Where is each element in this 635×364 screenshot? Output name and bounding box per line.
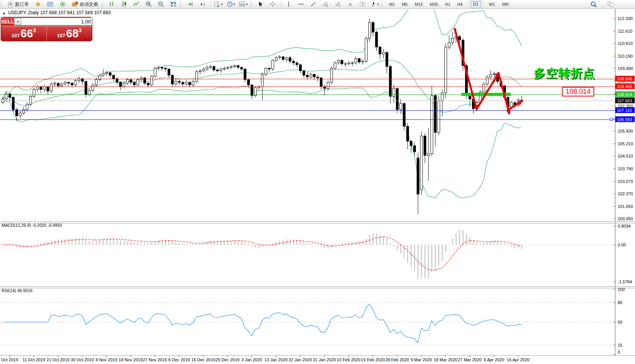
- tile-windows-button[interactable]: [169, 0, 178, 8]
- fibonacci-icon: F: [335, 1, 341, 7]
- svg-text:30 Oct 2019: 30 Oct 2019: [71, 357, 94, 362]
- arrows-button[interactable]: ▾: [371, 0, 379, 8]
- svg-text:27 Nov 2019: 27 Nov 2019: [143, 357, 167, 362]
- crosshair-icon: [270, 1, 276, 7]
- chart-bars-button[interactable]: [108, 0, 116, 8]
- data-window-icon: [47, 1, 53, 7]
- toolbar-grip: [251, 2, 253, 7]
- sell-price-button[interactable]: 107 66 3: [1, 26, 47, 41]
- svg-text:T: T: [361, 2, 364, 7]
- zoom-out-button[interactable]: [157, 0, 165, 8]
- svg-text:0: 0: [618, 350, 620, 354]
- svg-text:31 Jan 2020: 31 Jan 2020: [313, 357, 336, 362]
- svg-text:-1.5784: -1.5784: [618, 279, 632, 284]
- new-order-button[interactable]: 新订单: [7, 0, 30, 8]
- market-watch-icon: [35, 1, 41, 7]
- svg-text:107.663: 107.663: [617, 98, 632, 103]
- dropdown-caret-icon: ▾: [246, 2, 248, 6]
- clock-icon: [227, 1, 233, 7]
- toolbar-grip: [382, 2, 384, 7]
- auto-scroll-icon: [187, 1, 193, 7]
- tf-m1-button[interactable]: M1: [386, 1, 397, 8]
- template-icon: [239, 1, 245, 7]
- svg-text:102.370: 102.370: [618, 191, 633, 196]
- svg-text:Oct 2019: Oct 2019: [1, 357, 18, 362]
- templates-button[interactable]: ▾: [239, 0, 248, 8]
- text-icon: A: [347, 1, 353, 7]
- tf-h4-button[interactable]: H4: [455, 1, 465, 8]
- bar-chart-icon: [109, 1, 115, 7]
- trendline-icon: [310, 1, 316, 7]
- navigator-button[interactable]: [58, 0, 67, 8]
- price-callout-label: 108.014: [562, 87, 594, 96]
- tf-mn-button[interactable]: MN: [499, 1, 511, 8]
- tf-d1-button[interactable]: D1: [470, 1, 481, 8]
- buy-price-figure: 107: [57, 33, 65, 41]
- svg-text:F: F: [339, 5, 340, 7]
- svg-text:A: A: [349, 2, 352, 7]
- svg-text:101.650: 101.650: [618, 204, 633, 209]
- autotrading-label: 自动交易: [80, 1, 98, 8]
- data-window-button[interactable]: [46, 0, 55, 8]
- tf-m5-button[interactable]: M5: [399, 1, 410, 8]
- svg-text:13 Jan 2020: 13 Jan 2020: [264, 357, 288, 362]
- svg-text:108.014: 108.014: [617, 92, 632, 97]
- text-button[interactable]: A: [346, 0, 354, 8]
- chart-line-button[interactable]: [132, 0, 141, 8]
- market-watch-button[interactable]: [34, 0, 42, 8]
- tf-h1-button[interactable]: H1: [442, 1, 453, 8]
- auto-scroll-button[interactable]: [186, 0, 194, 8]
- chart-canvas[interactable]: 112.330111.610110.910110.190109.490108.7…: [0, 0, 635, 364]
- svg-text:103.070: 103.070: [618, 179, 633, 184]
- svg-text:107.110: 107.110: [617, 108, 632, 113]
- svg-text:104.510: 104.510: [618, 154, 633, 158]
- spinner-down-icon: ▼: [17, 20, 20, 23]
- fibonacci-button[interactable]: F: [334, 0, 342, 8]
- crosshair-button[interactable]: [269, 0, 277, 8]
- arrow-objects-icon: [371, 1, 377, 7]
- svg-text:0.8034: 0.8034: [618, 224, 631, 228]
- svg-text:10 Feb 2020: 10 Feb 2020: [337, 357, 361, 362]
- trendline-button[interactable]: [309, 0, 318, 8]
- turning-point-annotation: 多空转折点: [534, 65, 595, 81]
- svg-text:16 Apr 2020: 16 Apr 2020: [507, 357, 529, 362]
- vertical-line-button[interactable]: [284, 0, 293, 8]
- chart-shift-icon: [199, 1, 206, 7]
- tf-w1-button[interactable]: W1: [486, 1, 498, 8]
- svg-text:16 Dec 2019: 16 Dec 2019: [191, 357, 215, 362]
- horizontal-line-button[interactable]: [297, 0, 305, 8]
- sell-button[interactable]: SELL: [1, 17, 14, 26]
- text-label-button[interactable]: T: [358, 0, 367, 8]
- buy-price-button[interactable]: 107 68 3: [47, 26, 92, 41]
- buy-price-pips: 68: [66, 27, 78, 40]
- terminal-window: { "toolbar": { "new_order_label": "新订单",…: [0, 0, 635, 364]
- search-icon: [590, 1, 597, 8]
- chart-candles-button[interactable]: [120, 0, 128, 8]
- tf-m30-button[interactable]: M30: [427, 1, 441, 8]
- periods-button[interactable]: ▾: [227, 0, 236, 8]
- indicators-button[interactable]: ▾: [214, 0, 223, 8]
- zoom-in-button[interactable]: [145, 0, 153, 8]
- sell-price-pips: 66: [21, 27, 33, 40]
- tf-m15-button[interactable]: M15: [412, 1, 426, 8]
- svg-text:28 Feb 2020: 28 Feb 2020: [385, 357, 409, 362]
- collapse-panel-icon[interactable]: ▲: [2, 11, 6, 15]
- chart-shift-button[interactable]: [198, 0, 207, 8]
- toolbar-separator: [484, 1, 484, 7]
- symbol-ohlc-text: USDJPY-,Daily 107.688 107.941 107.589 10…: [8, 10, 111, 15]
- svg-text:109.490: 109.490: [618, 66, 633, 71]
- search-button[interactable]: [589, 0, 598, 8]
- equidistant-channel-icon: E: [322, 1, 329, 7]
- svg-text:111.610: 111.610: [618, 29, 632, 33]
- line-chart-icon: [133, 1, 140, 7]
- one-click-trading-panel: SELL ▼ ▲ BUY 107 66 3 107 68 3: [1, 17, 92, 41]
- volume-input[interactable]: [22, 18, 92, 25]
- autotrading-button[interactable]: 自动交易: [71, 0, 99, 8]
- sell-price-figure: 107: [12, 33, 20, 41]
- svg-text:21 Oct 2019: 21 Oct 2019: [47, 357, 70, 362]
- channel-button[interactable]: E: [321, 0, 330, 8]
- toolbar-grip: [102, 2, 104, 7]
- chat-button[interactable]: [607, 0, 615, 8]
- volume-decrease-button[interactable]: ▼: [14, 18, 22, 25]
- cursor-button[interactable]: [256, 0, 265, 8]
